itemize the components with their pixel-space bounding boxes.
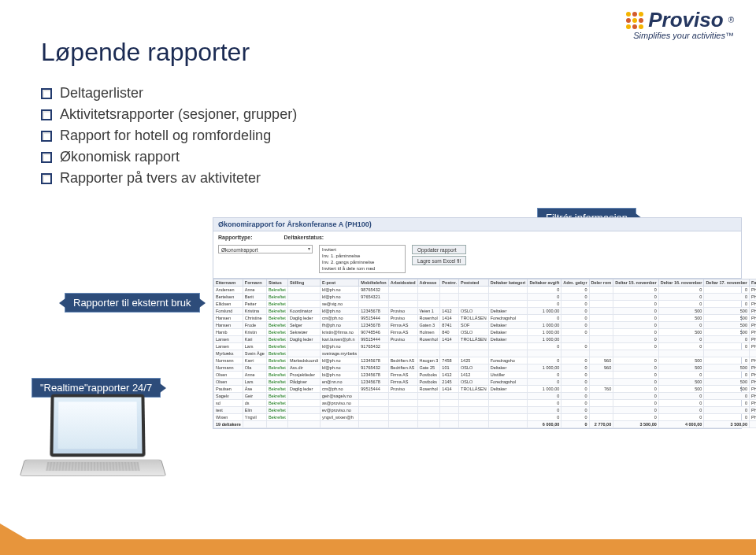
table-cell [589,287,613,294]
option[interactable]: Invitert til å dele rom med [322,265,402,272]
table-header: E-post [320,279,358,287]
table-cell: Christine [243,315,266,322]
table-cell [488,393,528,400]
table-cell [440,414,459,421]
table-cell: Bekreftet [266,350,287,357]
report-type-select[interactable]: Økonomirapport [218,245,313,253]
table-cell: Daglig leder [287,386,320,393]
table-cell [488,421,528,428]
table-row: NormannOlaBekreftetAss.dirkf@ph.no917654… [214,364,757,372]
table-cell: 98765432 [359,287,388,294]
table-header: Mobiltelefon [359,279,388,287]
table-cell: Deltaker [488,386,528,393]
table-cell: 0 [704,393,750,400]
list-item: Rapport for hotell og romfordeling [41,128,297,144]
list-item-label: Økonomisk rapport [60,149,180,165]
table-cell: 19 deltakere [214,421,243,428]
table-cell: Deltaker [488,308,528,315]
table-cell: kf@ph.no [320,308,358,315]
table-cell [359,414,388,421]
table-cell [388,343,417,350]
table-cell: Rådgiver [287,379,320,386]
table-header: Fornavn [243,279,266,287]
table-cell: 0 [561,322,589,329]
table-cell: 0 [528,301,561,308]
brand-logo: Proviso ® Simplifies your activities™ [626,8,734,40]
table-cell: 0 [561,301,589,308]
table-cell [417,287,440,294]
table-cell: Normann [214,357,243,364]
table-row: HansenChristineBekreftetDaglig ledercm@p… [214,315,757,322]
table-cell: 0 [704,343,750,350]
table-cell: 0 [613,414,659,421]
table-cell: Bekreftet [266,400,287,407]
table-cell: Daglig leder [287,336,320,343]
table-cell: 91765432 [359,364,388,372]
table-cell: 1 000,00 [528,336,561,343]
table-row: EllidsenPetterBekreftetse@vig.no00000PH1… [214,301,757,308]
table-cell: Deltaker [488,336,528,343]
table-cell: Bekreftet [266,386,287,393]
save-excel-button[interactable]: Lagre som Excel fil [412,256,466,265]
table-cell: 760 [589,386,613,393]
table-cell [589,400,613,407]
option[interactable]: Invitert [322,246,402,253]
table-cell: 0 [561,357,589,364]
table-cell: Foredragshol [488,315,528,322]
table-cell: 99515444 [359,386,388,393]
table-cell: OSLO [459,329,489,336]
table-cell: 1425 [459,357,489,364]
table-cell: 6 000,00 [528,421,561,428]
table-cell [287,421,320,428]
table-cell [488,287,528,294]
table-cell: 0 [613,287,659,294]
table-cell: Gaten 3 [417,322,440,329]
report-panel: Økonomirapport for Årskonferanse A (PH10… [213,217,742,429]
update-report-button[interactable]: Oppdater rapport [412,245,466,254]
table-cell: 12345678 [359,308,388,315]
table-cell: 90748546 [359,329,388,336]
table-cell: 91765432 [359,343,388,350]
bullet-list: Deltagerlister Aktivitetsrapporter (sesj… [41,85,297,191]
table-cell: Ellidsen [214,301,243,308]
table-row: ForslundKristinaBekreftetKoordinatorkf@p… [214,308,757,315]
table-cell: Bekreftet [266,287,287,294]
table-cell: Firma AS [388,379,417,386]
table-cell: Frode [243,322,266,329]
table-cell [359,421,388,428]
option[interactable]: Inv. 1. påminnelse [322,253,402,259]
table-cell: Prosjektleder [287,372,320,379]
square-bullet-icon [41,152,52,163]
table-cell: 2145 [440,379,459,386]
table-cell [459,343,489,350]
table-cell: 500 [658,379,704,386]
table-cell: kf@ph.no [320,287,358,294]
table-cell: 0 [613,364,659,372]
table-cell: Foredragsho [488,357,528,364]
table-cell: Postboks [417,372,440,379]
table-cell: Larsen [214,336,243,343]
table-cell: 0 [704,400,750,407]
table-cell [488,407,528,414]
table-cell: 0 [658,407,704,414]
table-cell: 500 [704,379,750,386]
table-cell: cm@ph.no [320,386,358,393]
table-cell [417,343,440,350]
table-header: Status [266,279,287,287]
option[interactable]: Inv. 2. gangs påminnelse [322,259,402,265]
table-cell [388,287,417,294]
table-cell: 0 [613,329,659,336]
table-cell: 0 [704,357,750,364]
table-cell: Bekreftet [266,301,287,308]
list-item-label: Aktivitetsrapporter (sesjoner, grupper) [60,106,297,123]
table-cell: Bertelsen [214,294,243,301]
table-cell: PH100/ [749,372,756,379]
table-cell [417,393,440,400]
brand-name: Proviso [648,8,723,32]
table-header: Deltar 17. november [704,279,750,287]
status-multiselect[interactable]: Invitert Inv. 1. påminnelse Inv. 2. gang… [319,245,406,273]
table-cell: Bekreftet [266,372,287,379]
table-cell: Firma AS [388,372,417,379]
table-cell [613,350,659,357]
table-cell: Kristina [243,308,266,315]
